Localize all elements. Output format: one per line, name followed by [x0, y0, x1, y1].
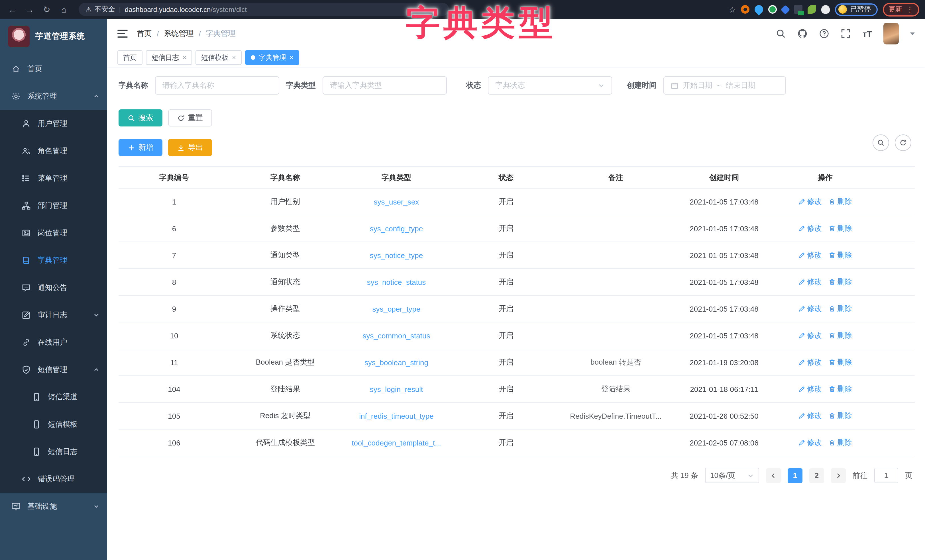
extension-icon[interactable] [780, 5, 790, 14]
sidebar-item-sms-template[interactable]: 短信模板 [0, 411, 107, 438]
sidebar-item-sms-channel[interactable]: 短信渠道 [0, 383, 107, 411]
page-1-button[interactable]: 1 [788, 468, 803, 483]
dict-type-link[interactable]: sys_notice_type [370, 251, 423, 259]
back-icon[interactable]: ← [6, 3, 20, 16]
edit-link[interactable]: 修改 [798, 384, 822, 394]
delete-link[interactable]: 删除 [829, 277, 852, 287]
prev-page-button[interactable] [766, 468, 781, 483]
avatar-caret-icon[interactable] [910, 32, 915, 37]
jump-page-input[interactable]: 1 [874, 468, 898, 483]
collapse-menu-icon[interactable] [118, 30, 128, 38]
next-page-button[interactable] [831, 468, 846, 483]
delete-link[interactable]: 删除 [829, 438, 852, 448]
app-logo-row[interactable]: 芋道管理系统 [0, 19, 107, 55]
sidebar-item-system-mgmt[interactable]: 系统管理 [0, 83, 107, 110]
github-icon[interactable] [798, 29, 808, 39]
dict-type-link[interactable]: sys_user_sex [374, 197, 419, 206]
font-size-icon[interactable]: тT [863, 29, 872, 38]
edit-link[interactable]: 修改 [798, 357, 822, 367]
sidebar-item-sms-mgmt[interactable]: 短信管理 [0, 356, 107, 383]
dict-type-link[interactable]: sys_login_result [370, 385, 423, 393]
edit-link[interactable]: 修改 [798, 277, 822, 287]
delete-link[interactable]: 删除 [829, 384, 852, 394]
user-avatar[interactable] [883, 23, 899, 44]
address-bar[interactable]: ⚠不安全 | dashboard.yudao.iocoder.cn/system… [79, 3, 449, 16]
update-chip[interactable]: 更新⋮ [883, 3, 919, 16]
export-button[interactable]: 导出 [168, 139, 212, 156]
dict-type-link[interactable]: tool_codegen_template_t... [352, 438, 441, 447]
extension-icon[interactable] [741, 5, 749, 14]
breadcrumb-current: 字典管理 [206, 29, 236, 39]
sidebar-item-home[interactable]: 首页 [0, 55, 107, 83]
edit-link[interactable]: 修改 [798, 304, 822, 314]
edit-link[interactable]: 修改 [798, 197, 822, 207]
dict-type-link[interactable]: inf_redis_timeout_type [359, 412, 434, 420]
edit-link[interactable]: 修改 [798, 411, 822, 421]
bookmark-star-icon[interactable]: ☆ [729, 5, 736, 14]
dict-type-link[interactable]: sys_oper_type [372, 304, 420, 313]
search-icon[interactable] [776, 29, 786, 39]
dict-type-link[interactable]: sys_boolean_string [365, 358, 428, 367]
edit-link[interactable]: 修改 [798, 330, 822, 341]
tab-home[interactable]: 首页 [118, 50, 143, 65]
date-range-picker[interactable]: 开始日期 ~ 结束日期 [663, 76, 786, 95]
cell-status: 开启 [452, 250, 560, 260]
edit-link[interactable]: 修改 [798, 438, 822, 448]
dict-type-link[interactable]: sys_common_status [363, 331, 430, 340]
delete-link[interactable]: 删除 [829, 197, 852, 207]
fullscreen-icon[interactable] [841, 29, 851, 39]
extension-icon[interactable] [807, 5, 816, 14]
delete-link[interactable]: 删除 [829, 411, 852, 421]
show-search-toggle-button[interactable] [872, 134, 889, 151]
page-2-button[interactable]: 2 [809, 468, 824, 483]
sidebar-item-dict-mgmt[interactable]: 字典管理 [0, 247, 107, 274]
tab-dict-mgmt[interactable]: 字典管理× [245, 50, 299, 65]
delete-link[interactable]: 删除 [829, 330, 852, 341]
not-secure-warning[interactable]: ⚠不安全 [86, 5, 115, 14]
sidebar-item-error-code[interactable]: 错误码管理 [0, 465, 107, 493]
browser-menu-icon[interactable]: ⋮ [906, 5, 914, 14]
close-icon[interactable]: × [182, 54, 186, 62]
sidebar-item-post-mgmt[interactable]: 岗位管理 [0, 219, 107, 247]
extension-icon[interactable] [768, 5, 777, 14]
forward-icon[interactable]: → [23, 3, 36, 16]
tab-sms-log[interactable]: 短信日志× [146, 50, 192, 65]
breadcrumb-home[interactable]: 首页 [137, 29, 152, 39]
sidebar-item-role-mgmt[interactable]: 角色管理 [0, 137, 107, 165]
reset-button[interactable]: 重置 [168, 109, 212, 126]
sidebar-item-audit-log[interactable]: 审计日志 [0, 301, 107, 329]
delete-link[interactable]: 删除 [829, 304, 852, 314]
sidebar-item-infrastructure[interactable]: 基础设施 [0, 493, 107, 520]
profile-paused-chip[interactable]: 已暂停 [835, 3, 878, 16]
close-icon[interactable]: × [232, 54, 236, 62]
delete-link[interactable]: 删除 [829, 357, 852, 367]
edit-link[interactable]: 修改 [798, 250, 822, 260]
sidebar-item-user-mgmt[interactable]: 用户管理 [0, 110, 107, 137]
sidebar-item-online-users[interactable]: 在线用户 [0, 329, 107, 356]
dict-type-input[interactable]: 请输入字典类型 [322, 76, 447, 95]
reload-icon[interactable]: ↻ [40, 3, 54, 16]
tab-sms-template[interactable]: 短信模板× [196, 50, 242, 65]
sidebar-item-notice[interactable]: 通知公告 [0, 274, 107, 301]
search-button[interactable]: 搜索 [119, 109, 163, 126]
page-size-select[interactable]: 10条/页 [705, 468, 759, 483]
sidebar-item-sms-log[interactable]: 短信日志 [0, 438, 107, 465]
home-icon[interactable]: ⌂ [57, 3, 71, 16]
add-button[interactable]: 新增 [119, 139, 163, 156]
dict-type-link[interactable]: sys_notice_status [367, 278, 426, 286]
delete-link[interactable]: 删除 [829, 250, 852, 260]
sidebar-item-menu-mgmt[interactable]: 菜单管理 [0, 165, 107, 192]
refresh-table-button[interactable] [895, 134, 911, 151]
dict-name-input[interactable]: 请输入字典名称 [155, 76, 279, 95]
extension-icon[interactable] [794, 5, 803, 14]
help-icon[interactable] [819, 29, 830, 39]
breadcrumb-system[interactable]: 系统管理 [164, 29, 193, 39]
extension-icon[interactable] [821, 5, 830, 14]
extension-icon[interactable] [753, 3, 765, 15]
dict-type-link[interactable]: sys_config_type [370, 224, 423, 233]
delete-link[interactable]: 删除 [829, 223, 852, 233]
sidebar-item-dept-mgmt[interactable]: 部门管理 [0, 192, 107, 219]
close-icon[interactable]: × [289, 54, 294, 62]
edit-link[interactable]: 修改 [798, 223, 822, 233]
status-select[interactable]: 字典状态 [488, 76, 612, 95]
